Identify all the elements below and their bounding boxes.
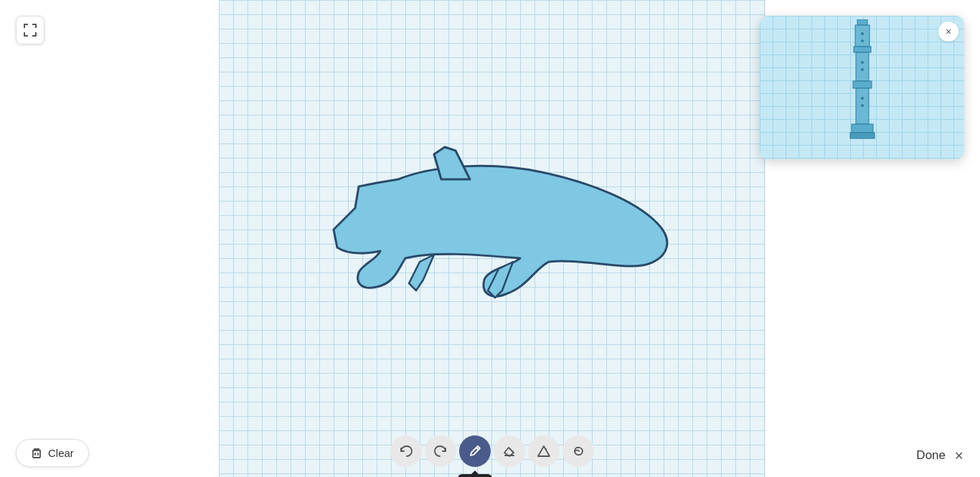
preview-card: ×: [760, 16, 964, 159]
svg-marker-18: [538, 446, 550, 456]
preview-close-icon: ×: [946, 26, 951, 37]
left-panel: [0, 0, 219, 477]
undo-icon: [399, 444, 413, 458]
svg-line-17: [476, 448, 479, 450]
canvas-area: [219, 0, 765, 477]
redo-button[interactable]: [425, 435, 456, 467]
eraser-icon: [502, 444, 517, 458]
shark-svg: [291, 129, 678, 308]
clear-label: Clear: [48, 447, 74, 459]
svg-point-8: [861, 61, 864, 64]
svg-rect-2: [854, 47, 871, 52]
svg-point-7: [861, 39, 864, 42]
fullscreen-button[interactable]: [16, 16, 44, 44]
svg-point-19: [545, 448, 547, 450]
lasso-icon: [571, 444, 585, 458]
svg-rect-12: [852, 124, 873, 133]
redo-icon: [433, 444, 448, 458]
svg-point-9: [861, 68, 864, 71]
svg-point-10: [861, 97, 864, 100]
lasso-button[interactable]: [562, 435, 594, 467]
clear-button[interactable]: Clear: [16, 439, 89, 467]
undo-button[interactable]: [390, 435, 422, 467]
shark-drawing: [291, 129, 678, 308]
svg-rect-13: [850, 133, 875, 138]
done-button[interactable]: Done ✕: [916, 448, 966, 463]
shape-icon: [537, 444, 551, 458]
svg-rect-4: [853, 81, 872, 88]
bottom-toolbar: Draw: [219, 435, 765, 467]
pencil-icon: [468, 444, 482, 458]
svg-rect-1: [855, 25, 870, 47]
fullscreen-icon: [24, 24, 37, 37]
svg-rect-0: [857, 19, 867, 25]
draw-button[interactable]: Draw: [459, 435, 491, 467]
erase-button[interactable]: [494, 435, 525, 467]
shape-button[interactable]: [528, 435, 560, 467]
preview-close-button[interactable]: ×: [938, 22, 958, 42]
svg-point-11: [861, 104, 864, 107]
svg-rect-14: [33, 450, 40, 458]
svg-rect-3: [856, 52, 869, 81]
svg-point-6: [861, 32, 864, 35]
preview-3d-object: [844, 19, 880, 156]
done-label: Done: [916, 448, 946, 463]
trash-icon: [31, 448, 42, 459]
svg-point-20: [574, 450, 575, 452]
done-close-icon: ✕: [951, 448, 966, 463]
